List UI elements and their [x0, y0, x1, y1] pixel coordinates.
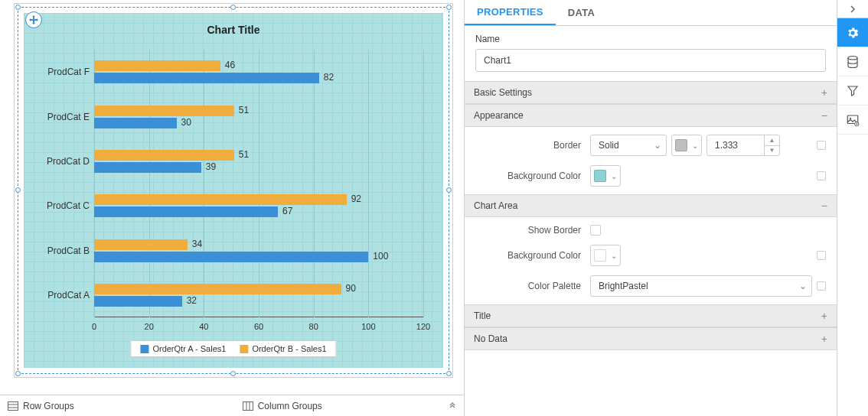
collapse-panel-button[interactable]: [837, 0, 868, 18]
category-label: ProdCat B: [31, 245, 90, 256]
legend-label: OrderQtr A - Sales1: [152, 344, 226, 353]
section-no-data[interactable]: No Data +: [465, 327, 837, 350]
name-input[interactable]: [475, 49, 826, 72]
resize-handle-n[interactable]: [230, 5, 236, 10]
gridline: [368, 50, 369, 317]
expand-icon: +: [821, 86, 827, 99]
section-chart-area[interactable]: Chart Area −: [465, 194, 837, 217]
section-basic-settings[interactable]: Basic Settings +: [465, 81, 837, 104]
ca-bg-expr-checkbox[interactable]: [817, 251, 826, 260]
chevron-down-icon: ⌄: [611, 172, 617, 180]
chart-legend[interactable]: OrderQtr A - Sales1OrderQtr B - Sales1: [130, 340, 336, 357]
section-appearance[interactable]: Appearance −: [465, 104, 837, 127]
resize-handle-sw[interactable]: [15, 371, 21, 376]
bar-series-a[interactable]: 100: [94, 252, 368, 262]
bar-series-a[interactable]: 67: [94, 206, 278, 217]
chevron-down-icon: ⌄: [649, 140, 661, 151]
filter-tool[interactable]: [837, 76, 868, 106]
x-tick-label: 120: [416, 322, 430, 331]
resize-handle-e[interactable]: [446, 187, 452, 193]
resize-handle-nw[interactable]: [15, 5, 21, 10]
bg-expr-checkbox[interactable]: [817, 171, 826, 180]
chart-title[interactable]: Chart Title: [24, 24, 443, 36]
bar-series-b[interactable]: 34: [94, 239, 188, 250]
bar-series-b[interactable]: 46: [94, 60, 220, 71]
palette-expr-checkbox[interactable]: [817, 281, 826, 291]
section-basic-label: Basic Settings: [474, 87, 532, 98]
palette-select[interactable]: BrightPastel ⌄: [590, 275, 812, 297]
bar-series-b[interactable]: 90: [94, 284, 341, 294]
row-groups[interactable]: Row Groups: [8, 401, 74, 411]
bar-series-b[interactable]: 92: [94, 194, 347, 205]
border-color-swatch: [675, 139, 687, 151]
bar-value-label: 51: [239, 105, 249, 115]
tab-properties[interactable]: PROPERTIES: [465, 0, 556, 25]
spin-up-icon[interactable]: ▲: [765, 135, 779, 146]
gridline: [314, 50, 315, 317]
chevron-down-icon: ⌄: [795, 281, 807, 291]
bar-value-label: 100: [373, 251, 388, 262]
resize-handle-se[interactable]: [446, 371, 452, 376]
x-tick-label: 60: [254, 322, 263, 331]
bar-series-a[interactable]: 30: [94, 118, 177, 128]
x-tick-label: 80: [309, 322, 318, 331]
bar-value-label: 82: [324, 72, 334, 83]
bg-color-swatch: [594, 170, 606, 182]
section-title-label: Title: [474, 310, 491, 321]
column-groups[interactable]: Column Groups: [243, 401, 322, 411]
bar-value-label: 90: [346, 283, 356, 294]
settings-tool[interactable]: [837, 18, 868, 47]
section-title[interactable]: Title +: [465, 304, 837, 327]
bar-series-b[interactable]: 51: [94, 106, 234, 116]
canvas-main[interactable]: Chart Title 020406080100120ProdCat F4682…: [0, 0, 464, 395]
bar-value-label: 39: [206, 161, 216, 172]
gridline: [259, 50, 259, 317]
image-tool[interactable]: [837, 106, 868, 135]
border-style-select[interactable]: Solid ⌄: [590, 135, 667, 156]
tab-data[interactable]: DATA: [556, 0, 607, 25]
chart-widget[interactable]: Chart Title 020406080100120ProdCat F4682…: [14, 3, 453, 378]
bar-series-a[interactable]: 39: [94, 162, 201, 173]
spin-down-icon[interactable]: ▼: [765, 146, 779, 156]
plot-region: 020406080100120ProdCat F4682ProdCat E513…: [94, 50, 423, 317]
chevron-down-icon: ⌄: [611, 252, 617, 260]
bar-series-b[interactable]: 51: [94, 150, 234, 161]
appearance-body: Border Solid ⌄ ⌄ 1.333 ▲ ▼: [465, 127, 837, 194]
gridline: [94, 50, 95, 317]
show-border-label: Show Border: [475, 225, 590, 236]
palette-value: BrightPastel: [599, 281, 648, 291]
bar-value-label: 51: [239, 149, 249, 160]
bar-value-label: 92: [351, 193, 361, 204]
legend-item[interactable]: OrderQtr A - Sales1: [140, 344, 226, 353]
bar-series-a[interactable]: 32: [94, 296, 182, 307]
category-label: ProdCat A: [31, 290, 90, 301]
bar-series-a[interactable]: 82: [94, 73, 319, 83]
border-expr-checkbox[interactable]: [817, 141, 826, 150]
section-nodata-label: No Data: [474, 333, 507, 344]
resize-handle-w[interactable]: [15, 187, 21, 193]
border-style-value: Solid: [599, 140, 619, 151]
ca-bg-label: Background Color: [475, 250, 590, 261]
expand-icon: +: [821, 333, 827, 345]
collapse-icon: −: [821, 200, 827, 212]
name-label: Name: [475, 34, 826, 44]
data-tool[interactable]: [837, 47, 868, 76]
resize-handle-ne[interactable]: [446, 5, 452, 10]
show-border-checkbox[interactable]: [590, 225, 601, 236]
x-tick-label: 0: [92, 322, 96, 331]
resize-handle-s[interactable]: [230, 371, 236, 376]
border-width-input[interactable]: 1.333 ▲ ▼: [706, 135, 780, 156]
legend-item[interactable]: OrderQtr B - Sales1: [240, 344, 326, 353]
border-label: Border: [475, 140, 590, 151]
category-label: ProdCat C: [31, 200, 90, 211]
bar-value-label: 32: [187, 295, 197, 306]
gridline: [423, 50, 424, 317]
border-width-value: 1.333: [715, 140, 738, 151]
border-color-picker[interactable]: ⌄: [671, 135, 702, 156]
bg-color-picker[interactable]: ⌄: [590, 165, 621, 187]
ca-bg-color-picker[interactable]: ⌄: [590, 245, 621, 266]
collapse-icon: −: [821, 109, 827, 122]
spinner: ▲ ▼: [764, 135, 779, 155]
move-handle[interactable]: [25, 11, 42, 28]
footer-expand-icon[interactable]: [449, 402, 456, 410]
